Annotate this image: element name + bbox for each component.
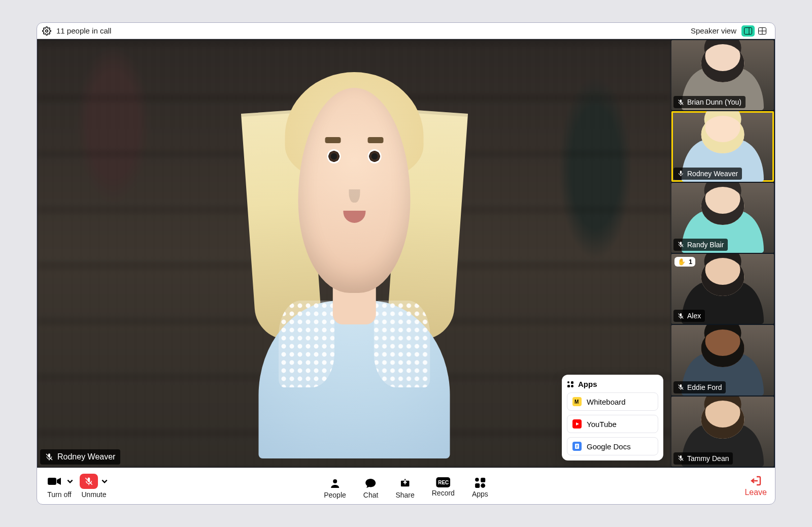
people-in-call-text: 11 people in call (56, 26, 111, 35)
participant-name-pill: Rodney Weaver (673, 168, 742, 180)
main-speaker-name-pill: Rodney Weaver (40, 449, 120, 465)
bottom-bar: Turn off Unmute People Chat Share (37, 468, 775, 504)
apps-button[interactable]: Apps (472, 477, 488, 499)
svg-rect-39 (481, 478, 485, 482)
topbar: 11 people in call Speaker view (37, 23, 775, 39)
people-label: People (324, 491, 346, 499)
video-toggle-button[interactable]: Turn off (45, 474, 74, 499)
chevron-down-icon[interactable] (101, 478, 108, 485)
main-speaker-video[interactable]: Rodney Weaver Apps M Whiteboard (37, 39, 671, 468)
svg-rect-1 (745, 27, 752, 34)
view-toggle (740, 24, 770, 38)
participant-thumb[interactable]: Rodney Weaver (671, 111, 774, 181)
participant-name: Tammy Dean (687, 454, 729, 463)
participant-name: Eddie Ford (687, 383, 722, 391)
participant-thumb[interactable]: Brian Dunn (You) (671, 40, 774, 110)
hand-count: 1 (689, 258, 692, 266)
speaker-view-label: Speaker view (691, 26, 736, 35)
participant-name: Rodney Weaver (687, 170, 738, 178)
gear-icon[interactable] (42, 26, 51, 36)
center-controls: People Chat Share REC Record Apps (324, 477, 488, 499)
mic-muted-icon (80, 474, 98, 489)
participant-thumb[interactable]: Tammy Dean (671, 397, 774, 467)
svg-point-0 (46, 29, 48, 32)
video-icon (45, 474, 63, 489)
chat-button[interactable]: Chat (363, 477, 379, 499)
record-button[interactable]: REC Record (432, 477, 455, 499)
participant-thumb[interactable]: ✋1Alex (671, 254, 774, 324)
mute-toggle-label: Unmute (81, 490, 106, 499)
hand-icon: ✋ (678, 258, 686, 266)
participant-thumb[interactable]: Randy Blair (671, 183, 774, 253)
youtube-icon (572, 419, 582, 429)
chat-label: Chat (363, 491, 379, 499)
svg-text:M: M (574, 399, 579, 405)
apps-item-label: Whiteboard (587, 398, 626, 406)
share-icon (399, 477, 411, 489)
svg-point-38 (475, 478, 479, 482)
svg-marker-13 (576, 422, 579, 425)
participant-name: Randy Blair (687, 241, 724, 249)
participant-thumbnails: Brian Dunn (You)Rodney WeaverRandy Blair… (671, 39, 775, 468)
mic-muted-icon (678, 99, 684, 106)
chevron-down-icon[interactable] (66, 478, 74, 485)
mute-toggle-button[interactable]: Unmute (80, 474, 108, 499)
raised-hand-badge: ✋1 (674, 257, 695, 267)
participant-name-pill: Alex (673, 310, 705, 322)
apps-grid-icon (567, 381, 574, 388)
apps-label: Apps (472, 490, 488, 498)
svg-rect-9 (571, 381, 573, 384)
svg-text:REC: REC (438, 480, 449, 485)
apps-popover-title: Apps (578, 380, 597, 388)
leave-button[interactable]: Leave (745, 475, 767, 497)
grid-view-button[interactable] (756, 25, 769, 37)
mic-muted-icon (678, 241, 684, 248)
participant-name-pill: Eddie Ford (673, 381, 726, 393)
participant-name: Alex (687, 312, 701, 320)
svg-point-8 (567, 381, 569, 383)
participant-name: Brian Dunn (You) (687, 98, 741, 106)
mic-muted-icon (678, 455, 684, 462)
mic-muted-icon (678, 384, 684, 390)
svg-point-33 (333, 479, 337, 483)
svg-point-11 (571, 385, 573, 387)
participant-thumb[interactable]: Eddie Ford (671, 325, 774, 395)
apps-popover: Apps M Whiteboard YouTube (562, 375, 663, 460)
apps-item-youtube[interactable]: YouTube (567, 415, 658, 433)
apps-item-google-docs[interactable]: Google Docs (567, 437, 658, 455)
svg-rect-29 (48, 478, 56, 485)
participant-name-pill: Brian Dunn (You) (673, 96, 746, 108)
main-speaker-name: Rodney Weaver (57, 452, 115, 462)
svg-rect-40 (475, 483, 480, 488)
grid-layout-icon (758, 27, 766, 35)
video-toggle-label: Turn off (47, 490, 71, 499)
share-label: Share (395, 491, 414, 499)
apps-item-whiteboard[interactable]: M Whiteboard (567, 392, 658, 411)
apps-item-label: Google Docs (587, 442, 631, 451)
leave-icon (750, 475, 762, 486)
mic-muted-icon (45, 453, 53, 461)
record-icon: REC (436, 477, 450, 487)
svg-rect-10 (567, 385, 570, 387)
stage: Rodney Weaver Apps M Whiteboard (37, 39, 775, 468)
mic-icon (678, 170, 684, 177)
leave-label: Leave (745, 488, 767, 497)
participant-name-pill: Randy Blair (673, 239, 728, 251)
share-button[interactable]: Share (395, 477, 414, 499)
chat-icon (365, 477, 377, 489)
record-label: Record (432, 489, 455, 497)
svg-point-41 (481, 483, 485, 488)
apps-grid-icon (475, 477, 486, 488)
mic-muted-icon (678, 313, 684, 319)
call-window: 11 people in call Speaker view (37, 22, 775, 505)
speaker-view-button[interactable] (741, 25, 755, 37)
people-button[interactable]: People (324, 477, 346, 499)
person-icon (329, 477, 341, 489)
svg-marker-30 (57, 478, 61, 485)
speaker-layout-icon (744, 27, 752, 35)
apps-item-label: YouTube (587, 420, 617, 429)
whiteboard-icon: M (572, 397, 582, 406)
google-docs-icon (572, 442, 582, 451)
participant-name-pill: Tammy Dean (673, 452, 733, 465)
